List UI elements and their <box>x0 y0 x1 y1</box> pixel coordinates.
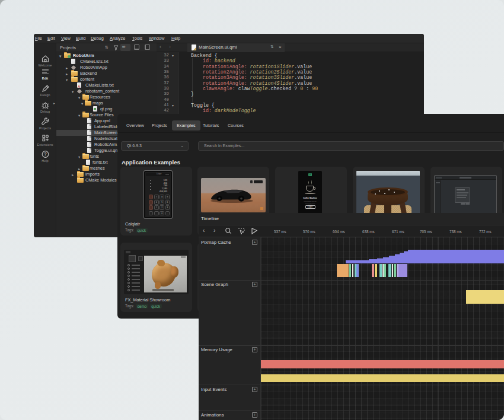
svg-text:?: ? <box>44 152 46 156</box>
